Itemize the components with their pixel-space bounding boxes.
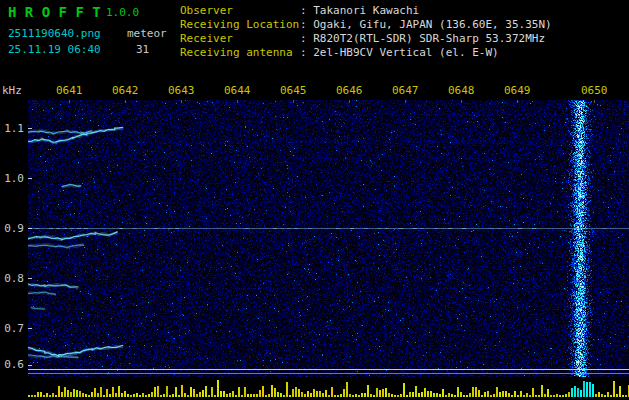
info-row: Receiver: R820T2(RTL-SDR) SDR-Sharp 53.3… — [180, 32, 552, 46]
info-row: Receiving antenna: 2el-HB9CV Vertical (e… — [180, 46, 552, 60]
info-label: Observer — [180, 4, 300, 18]
time-tick-label: 0646 — [336, 84, 363, 97]
time-tick-label: 0641 — [56, 84, 83, 97]
time-tick-label: 0649 — [504, 84, 531, 97]
echo-count: 31 — [136, 43, 149, 56]
time-tick-label: 0644 — [224, 84, 251, 97]
info-row: Observer: Takanori Kawachi — [180, 4, 552, 18]
time-tick-label: 0648 — [448, 84, 475, 97]
info-value: : 2el-HB9CV Vertical (el. E-W) — [300, 46, 499, 59]
freq-tick-label: 1.1 — [0, 122, 24, 135]
observer-info-block: Observer: Takanori KawachiReceiving Loca… — [180, 4, 552, 60]
freq-tick-label: 0.6 — [0, 358, 24, 371]
info-value: : R820T2(RTL-SDR) SDR-Sharp 53.372MHz — [300, 32, 545, 45]
info-row: Receiving Location: Ogaki, Gifu, JAPAN (… — [180, 18, 552, 32]
time-tick-label: 0650 — [581, 84, 608, 97]
spectrogram-canvas — [28, 100, 629, 377]
info-label: Receiving antenna — [180, 46, 300, 60]
info-value: : Takanori Kawachi — [300, 4, 419, 17]
freq-tick-label: 0.7 — [0, 322, 24, 335]
hrofft-screen: H R O F F T 1.0.0 2511190640.png meteor … — [0, 0, 629, 400]
app-version: 1.0.0 — [106, 6, 139, 19]
app-title: H R O F F T — [8, 4, 101, 20]
info-value: : Ogaki, Gifu, JAPAN (136.60E, 35.35N) — [300, 18, 552, 31]
info-label: Receiving Location — [180, 18, 300, 32]
time-tick-label: 0647 — [392, 84, 419, 97]
output-filename: 2511190640.png — [8, 27, 101, 40]
time-tick-label: 0642 — [112, 84, 139, 97]
time-tick-label: 0645 — [280, 84, 307, 97]
freq-tick-label: 1.0 — [0, 172, 24, 185]
signal-meter-canvas — [28, 378, 629, 400]
freq-tick-label: 0.9 — [0, 222, 24, 235]
station-name: meteor — [127, 27, 167, 40]
info-label: Receiver — [180, 32, 300, 46]
time-tick-label: 0643 — [168, 84, 195, 97]
freq-tick-label: 0.8 — [0, 272, 24, 285]
khz-axis-label: kHz — [2, 84, 22, 97]
record-datetime: 25.11.19 06:40 — [8, 43, 101, 56]
